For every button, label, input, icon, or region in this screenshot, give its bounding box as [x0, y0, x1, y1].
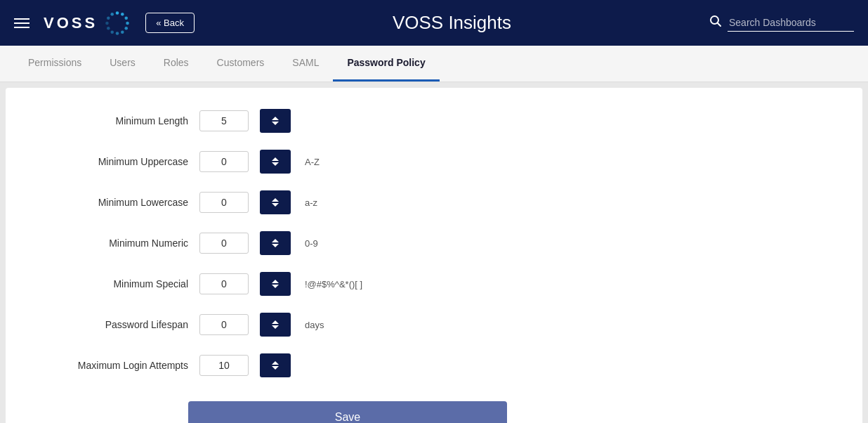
stepper-min-length[interactable] — [260, 109, 291, 133]
form-row-min-numeric: Minimum Numeric 0-9 — [34, 231, 820, 255]
input-password-lifespan[interactable] — [199, 314, 249, 335]
logo-icon — [103, 9, 131, 37]
svg-point-7 — [111, 30, 114, 34]
label-min-uppercase: Minimum Uppercase — [34, 156, 188, 167]
tab-password-policy[interactable]: Password Policy — [333, 46, 439, 82]
svg-point-4 — [125, 27, 129, 30]
hint-password-lifespan: days — [305, 320, 324, 330]
search-icon — [709, 15, 722, 31]
search-area — [709, 14, 854, 32]
input-min-length[interactable] — [199, 110, 249, 131]
search-input[interactable] — [728, 14, 854, 32]
save-button[interactable]: Save — [188, 401, 507, 423]
stepper-min-numeric[interactable] — [260, 231, 291, 255]
svg-point-11 — [111, 13, 114, 16]
label-min-lowercase: Minimum Lowercase — [34, 197, 188, 208]
svg-line-13 — [718, 23, 721, 27]
tab-saml[interactable]: SAML — [278, 46, 333, 82]
hint-min-uppercase: A-Z — [305, 157, 320, 167]
form-row-min-uppercase: Minimum Uppercase A-Z — [34, 150, 820, 174]
svg-point-3 — [126, 21, 129, 25]
svg-point-8 — [107, 27, 110, 30]
label-max-login-attempts: Maximum Login Attempts — [34, 360, 188, 371]
stepper-min-special[interactable] — [260, 272, 291, 296]
svg-point-6 — [116, 32, 119, 35]
main-content: Minimum Length Minimum Uppercase A-Z Min… — [6, 88, 862, 423]
label-min-numeric: Minimum Numeric — [34, 237, 188, 249]
tab-users[interactable]: Users — [96, 46, 150, 82]
label-min-length: Minimum Length — [34, 115, 188, 126]
svg-point-9 — [105, 21, 109, 25]
svg-point-2 — [125, 16, 129, 20]
input-min-uppercase[interactable] — [199, 151, 249, 172]
input-min-lowercase[interactable] — [199, 192, 249, 213]
svg-point-0 — [116, 11, 119, 15]
input-min-special[interactable] — [199, 273, 249, 294]
password-policy-form: Minimum Length Minimum Uppercase A-Z Min… — [6, 102, 848, 423]
form-row-min-lowercase: Minimum Lowercase a-z — [34, 190, 820, 214]
tab-permissions[interactable]: Permissions — [14, 46, 96, 82]
header: VOSS « Back VOSS Insights — [0, 0, 868, 46]
hint-min-lowercase: a-z — [305, 197, 317, 208]
hint-min-special: !@#$%^&*()[ ] — [305, 279, 362, 289]
header-title: VOSS Insights — [209, 12, 695, 34]
svg-point-5 — [121, 30, 124, 34]
label-password-lifespan: Password Lifespan — [34, 319, 188, 330]
tab-customers[interactable]: Customers — [203, 46, 279, 82]
stepper-max-login-attempts[interactable] — [260, 353, 291, 377]
form-row-max-login-attempts: Maximum Login Attempts — [34, 353, 820, 377]
nav-tabs: Permissions Users Roles Customers SAML P… — [0, 46, 868, 82]
input-min-numeric[interactable] — [199, 233, 249, 254]
stepper-password-lifespan[interactable] — [260, 313, 291, 337]
form-row-min-length: Minimum Length — [34, 109, 820, 133]
back-button[interactable]: « Back — [145, 13, 195, 33]
logo-text: VOSS — [44, 14, 98, 32]
menu-icon[interactable] — [14, 18, 29, 28]
form-row-password-lifespan: Password Lifespan days — [34, 313, 820, 337]
hint-min-numeric: 0-9 — [305, 238, 318, 249]
stepper-min-lowercase[interactable] — [260, 190, 291, 214]
form-row-min-special: Minimum Special !@#$%^&*()[ ] — [34, 272, 820, 296]
logo-area: VOSS — [44, 9, 131, 37]
svg-point-1 — [121, 13, 124, 16]
input-max-login-attempts[interactable] — [199, 355, 249, 376]
svg-point-10 — [107, 16, 110, 20]
stepper-min-uppercase[interactable] — [260, 150, 291, 174]
tab-roles[interactable]: Roles — [150, 46, 203, 82]
label-min-special: Minimum Special — [34, 278, 188, 289]
